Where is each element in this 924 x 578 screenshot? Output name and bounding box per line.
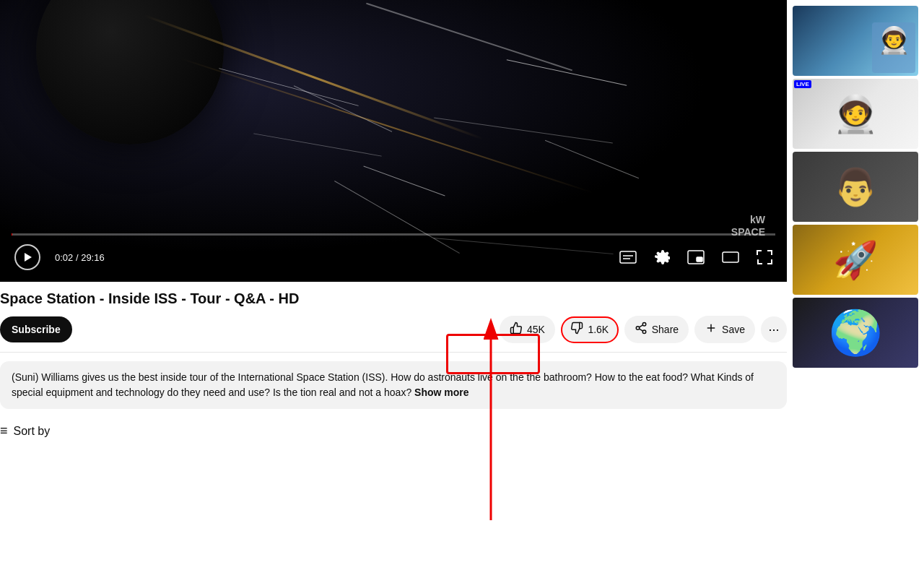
progress-fill [12,233,12,236]
video-title: Space Station - Inside ISS - Tour - Q&A … [0,290,787,307]
planet-visual [36,0,224,144]
like-button[interactable]: 45K [500,316,555,343]
description-box: (Suni) Williams gives us the best inside… [0,361,787,409]
subtitles-button[interactable] [616,248,640,267]
svg-marker-0 [25,253,32,262]
dislike-button[interactable]: 1.6K [561,316,619,343]
save-icon [705,322,718,337]
play-circle [14,244,40,270]
description-text: (Suni) Williams gives us the best inside… [12,371,754,398]
main-content: kW SPACE 0:02 / 29:16 [0,0,787,578]
sidebar: 👨‍🚀 LIVE 🧑‍🚀 👨 🚀 🌍 [787,0,924,578]
sidebar-item-5[interactable]: 🌍 [793,298,918,368]
video-actions-row: Subscribe 45K [0,316,787,352]
sidebar-thumbnail-4: 🚀 [793,225,918,295]
play-button[interactable] [12,241,43,273]
subscribe-button[interactable]: Subscribe [0,316,72,342]
ellipsis-icon: ··· [768,322,779,337]
show-more-button[interactable]: Show more [414,387,468,398]
controls-row: 0:02 / 29:16 [12,241,775,273]
sidebar-thumbnail-1: 👨‍🚀 [793,6,918,76]
video-info: Space Station - Inside ISS - Tour - Q&A … [0,282,787,353]
sidebar-item-1[interactable]: 👨‍🚀 [793,6,918,76]
action-buttons: 45K 1.6K [500,316,787,343]
sort-section[interactable]: ≡ Sort by [0,418,787,444]
fullscreen-button[interactable] [754,246,775,268]
svg-rect-5 [697,257,702,262]
thumbs-down-icon [570,322,583,337]
light-streak-2 [180,58,593,193]
share-button[interactable]: Share [624,316,689,343]
save-button[interactable]: Save [694,316,755,343]
svg-point-8 [636,327,640,330]
sidebar-item-4[interactable]: 🚀 [793,225,918,295]
svg-line-11 [639,325,642,327]
sort-label: Sort by [14,425,51,438]
svg-point-9 [642,330,646,334]
svg-rect-1 [620,251,636,263]
svg-line-10 [639,329,642,331]
sort-icon: ≡ [0,423,8,439]
svg-point-7 [642,323,646,327]
svg-rect-6 [723,252,738,262]
sidebar-thumbnail-2: LIVE 🧑‍🚀 [793,79,918,149]
sidebar-item-2[interactable]: LIVE 🧑‍🚀 [793,79,918,149]
sidebar-thumbnail-5: 🌍 [793,298,918,368]
thumbs-up-icon [510,322,523,337]
theater-button[interactable] [719,247,742,267]
controls-right [616,246,775,268]
progress-bar[interactable] [12,233,775,236]
more-options-button[interactable]: ··· [761,316,787,342]
dislike-count: 1.6K [588,324,609,335]
player-controls: 0:02 / 29:16 [0,228,787,282]
like-count: 45K [527,324,545,335]
sidebar-item-3[interactable]: 👨 [793,152,918,222]
video-player[interactable]: kW SPACE 0:02 / 29:16 [0,0,787,282]
share-icon [635,322,648,337]
sidebar-thumbnail-3: 👨 [793,152,918,222]
controls-left: 0:02 / 29:16 [12,241,105,273]
miniplayer-button[interactable] [684,247,707,267]
time-display: 0:02 / 29:16 [55,252,105,263]
settings-button[interactable] [651,246,673,268]
